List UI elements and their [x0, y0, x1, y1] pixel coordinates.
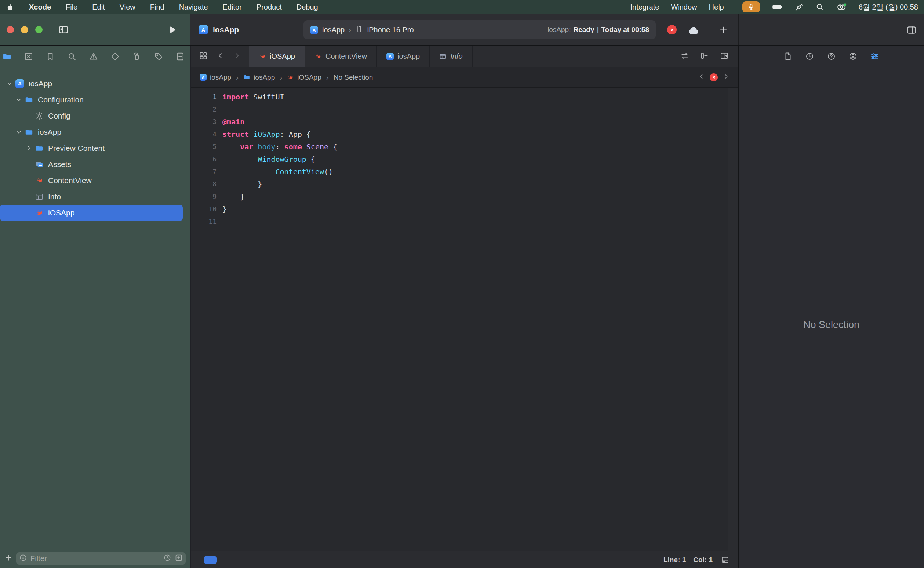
code-line-5: 5 var body: some Scene {: [191, 140, 728, 153]
editor-tab-info[interactable]: Info: [430, 46, 472, 67]
navigator-tab-tests[interactable]: [110, 52, 120, 61]
close-window-button[interactable]: [7, 26, 14, 33]
code-line-9: 9 }: [191, 190, 728, 203]
menu-item-edit[interactable]: Edit: [92, 3, 104, 11]
cloud-icon[interactable]: [688, 24, 700, 38]
breadcrumb-label: iosApp: [210, 73, 231, 82]
navigator-tab-debug[interactable]: [132, 52, 142, 61]
tab-bar-right-controls: [680, 46, 738, 67]
tree-row-configuration[interactable]: Configuration: [0, 92, 190, 108]
back-icon[interactable]: [216, 52, 224, 61]
cable-icon[interactable]: [794, 3, 804, 12]
add-button[interactable]: [719, 25, 728, 36]
tree-row-config[interactable]: Config: [0, 108, 190, 124]
menu-bar-clock[interactable]: 6월 2일 (월) 00:58: [859, 2, 918, 12]
user-switch-icon[interactable]: [836, 2, 847, 12]
tree-row-assets[interactable]: Assets: [0, 156, 190, 172]
line-number[interactable]: 4: [191, 128, 222, 140]
run-button[interactable]: [167, 25, 177, 35]
battery-icon[interactable]: [772, 2, 783, 12]
breadcrumb-no-selection[interactable]: No Selection: [334, 73, 373, 82]
minimap-icon[interactable]: [700, 51, 709, 62]
line-number[interactable]: 8: [191, 178, 222, 190]
minimize-window-button[interactable]: [21, 26, 28, 33]
toggle-navigator-icon[interactable]: [58, 24, 69, 35]
tree-row-iosapp[interactable]: AiosApp: [0, 76, 190, 92]
editor-tab-iosapp[interactable]: iOSApp: [249, 46, 305, 67]
issue-error-badge[interactable]: [710, 73, 718, 82]
menu-item-debug[interactable]: Debug: [296, 3, 318, 11]
editor-tab-iosapp[interactable]: AiosApp: [377, 46, 430, 67]
previous-issue-icon[interactable]: [698, 73, 705, 82]
inspector-tab-history[interactable]: [805, 52, 814, 61]
line-number[interactable]: 1: [191, 91, 222, 103]
inspector-tab-file[interactable]: [784, 52, 793, 61]
tree-row-contentview[interactable]: ContentView: [0, 172, 190, 189]
line-number[interactable]: 5: [191, 140, 222, 153]
disclosure-down-icon[interactable]: [14, 129, 24, 135]
disclosure-down-icon[interactable]: [5, 81, 14, 87]
navigator-tab-reports[interactable]: [175, 52, 185, 61]
navigator-tab-project[interactable]: [2, 52, 12, 61]
editor-scrollbar[interactable]: [728, 88, 738, 551]
navigator-tab-issues[interactable]: [89, 52, 98, 61]
line-number[interactable]: 11: [191, 215, 222, 228]
disclosure-down-icon[interactable]: [14, 97, 24, 103]
line-number[interactable]: 2: [191, 103, 222, 116]
swap-editors-icon[interactable]: [680, 51, 689, 62]
mic-indicator[interactable]: [742, 2, 760, 12]
tree-row-preview-content[interactable]: Preview Content: [0, 140, 190, 156]
add-item-button[interactable]: [5, 554, 12, 563]
line-number[interactable]: 3: [191, 116, 222, 128]
line-number[interactable]: 6: [191, 153, 222, 166]
disclosure-right-icon[interactable]: [24, 145, 34, 151]
line-number[interactable]: 9: [191, 190, 222, 203]
tree-row-iosapp[interactable]: iOSApp: [0, 205, 183, 221]
navigator-tab-bookmarks[interactable]: [45, 52, 55, 61]
menu-item-xcode[interactable]: Xcode: [29, 3, 51, 11]
inspector-tab-accessibility[interactable]: [849, 52, 858, 61]
navigator-filter-bar: Filter: [0, 549, 190, 568]
next-issue-icon[interactable]: [723, 73, 729, 82]
menu-item-help[interactable]: Help: [709, 3, 724, 11]
zoom-window-button[interactable]: [35, 26, 42, 33]
menu-item-editor[interactable]: Editor: [223, 3, 242, 11]
filter-field[interactable]: Filter: [16, 552, 186, 565]
menu-item-window[interactable]: Window: [671, 3, 697, 11]
add-filter-icon[interactable]: [175, 554, 183, 563]
inspector-tab-quick-help[interactable]: [827, 52, 836, 61]
apple-menu-icon[interactable]: [6, 3, 14, 11]
scheme-selector[interactable]: A iosApp › iPhone 16 Pro: [310, 25, 414, 35]
tab-bar-left-controls: [191, 46, 249, 67]
menu-item-integrate[interactable]: Integrate: [630, 3, 659, 11]
navigator-tab-find[interactable]: [67, 52, 77, 61]
breadcrumb-iosapp[interactable]: iOSApp: [287, 73, 321, 82]
line-number[interactable]: 10: [191, 203, 222, 215]
menu-item-find[interactable]: Find: [150, 3, 165, 11]
tree-row-iosapp[interactable]: iosApp: [0, 124, 190, 140]
tree-row-info[interactable]: Info: [0, 189, 190, 205]
editor-tab-contentview[interactable]: ContentView: [305, 46, 377, 67]
search-icon[interactable]: [815, 3, 824, 11]
menu-item-view[interactable]: View: [119, 3, 136, 11]
forward-icon[interactable]: [233, 52, 241, 61]
breadcrumb-iosapp[interactable]: AiosApp: [199, 73, 231, 82]
related-items-icon[interactable]: [199, 51, 208, 62]
build-error-badge[interactable]: [667, 25, 677, 35]
scheme-status-box: A iosApp › iPhone 16 Pro iosApp: Ready |…: [303, 20, 656, 39]
breadcrumb-iosapp[interactable]: iosApp: [243, 73, 275, 82]
navigator-tab-breakpoints[interactable]: [154, 52, 163, 61]
code-area[interactable]: 1import SwiftUI23@main4struct iOSApp: Ap…: [191, 88, 728, 551]
navigator-tab-source-control[interactable]: [24, 52, 33, 61]
add-editor-icon[interactable]: [720, 51, 729, 62]
menu-item-product[interactable]: Product: [257, 3, 282, 11]
focus-mode-toggle[interactable]: [204, 556, 216, 564]
line-number[interactable]: 7: [191, 166, 222, 178]
activity-status[interactable]: iosApp: Ready | Today at 00:58: [548, 26, 649, 34]
menu-item-navigate[interactable]: Navigate: [179, 3, 208, 11]
menu-item-file[interactable]: File: [66, 3, 77, 11]
recent-filter-icon[interactable]: [163, 554, 171, 563]
toggle-inspector-icon[interactable]: [906, 25, 916, 37]
inspector-tab-attributes[interactable]: [870, 52, 879, 61]
editor-layout-icon[interactable]: [721, 556, 729, 564]
